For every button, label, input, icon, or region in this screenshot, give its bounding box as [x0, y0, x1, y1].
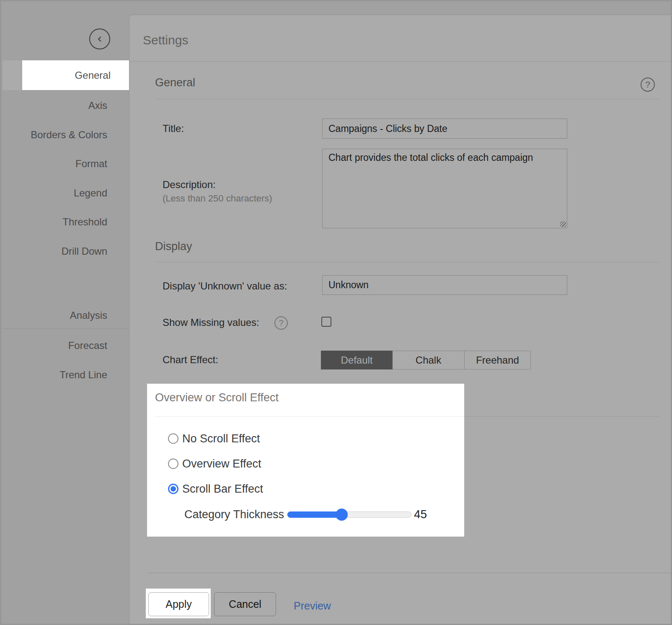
sidebar-item-axis[interactable]: Axis	[17, 100, 126, 111]
show-missing-checkbox[interactable]	[321, 317, 331, 327]
chart-effect-label: Chart Effect:	[163, 354, 218, 366]
sidebar-divider	[3, 328, 129, 329]
show-missing-label: Show Missing values:	[163, 317, 259, 328]
radio-icon	[168, 459, 178, 469]
sidebar-item-threshold[interactable]: Threshold	[17, 216, 126, 228]
scroll-section-heading: Overview or Scroll Effect	[155, 391, 279, 404]
sidebar-item-drill-down[interactable]: Drill Down	[17, 245, 126, 257]
slider-thumb[interactable]	[336, 509, 348, 521]
preview-link[interactable]: Preview	[294, 600, 331, 612]
settings-dialog: ‹ General Axis Borders & Colors Format L…	[0, 0, 672, 625]
sidebar-item-forecast[interactable]: Forecast	[17, 340, 126, 351]
dim-overlay	[1, 589, 146, 618]
general-section-divider	[155, 99, 659, 99]
category-thickness-slider[interactable]	[287, 511, 411, 518]
sidebar-item-format[interactable]: Format	[17, 158, 126, 170]
title-input[interactable]	[322, 119, 567, 139]
radio-overview-effect[interactable]: Overview Effect	[168, 457, 261, 470]
header-divider	[129, 61, 672, 62]
scroll-section-divider	[155, 416, 659, 417]
segment-chalk[interactable]: Chalk	[393, 351, 465, 369]
radio-selected-icon	[168, 484, 178, 494]
category-thickness-value: 45	[414, 508, 427, 521]
segment-freehand[interactable]: Freehand	[465, 351, 531, 369]
apply-button[interactable]: Apply	[148, 592, 209, 616]
chart-effect-segmented-control: Default Chalk Freehand	[321, 351, 531, 369]
missing-values-help-icon[interactable]: ?	[274, 316, 288, 330]
dim-overlay	[1, 384, 147, 537]
question-mark-glyph: ?	[279, 318, 283, 328]
radio-no-scroll-effect[interactable]: No Scroll Effect	[168, 432, 260, 445]
help-icon[interactable]: ?	[641, 77, 655, 92]
back-button[interactable]: ‹	[89, 28, 110, 49]
sidebar-item-borders-colors[interactable]: Borders & Colors	[17, 129, 126, 141]
display-section-divider	[155, 262, 659, 262]
sidebar-item-label: General	[75, 70, 111, 81]
radio-label: No Scroll Effect	[182, 432, 260, 445]
description-label: Description:	[163, 179, 216, 191]
display-section-heading: Display	[155, 240, 192, 253]
chevron-left-icon: ‹	[98, 32, 102, 44]
sidebar-item-general[interactable]: General	[3, 60, 129, 90]
category-thickness-label: Category Thickness	[184, 508, 284, 521]
unknown-value-label: Display 'Unknown' value as:	[163, 280, 287, 292]
footer-divider	[147, 573, 672, 573]
description-hint: (Less than 250 characters)	[163, 193, 272, 204]
sidebar-item-trend-line[interactable]: Trend Line	[17, 369, 126, 381]
radio-label: Overview Effect	[182, 457, 261, 470]
title-label: Title:	[163, 123, 184, 134]
sidebar-section-analysis: Analysis	[17, 310, 126, 321]
segment-default[interactable]: Default	[321, 351, 393, 369]
radio-icon	[168, 434, 178, 444]
slider-fill	[287, 511, 343, 518]
settings-panel: Settings General ? Title: Description: (…	[129, 15, 672, 625]
question-mark-glyph: ?	[645, 80, 650, 90]
cancel-button[interactable]: Cancel	[214, 592, 276, 616]
unknown-value-input[interactable]	[322, 275, 567, 295]
radio-scroll-bar-effect[interactable]: Scroll Bar Effect	[168, 483, 263, 496]
description-textarea[interactable]	[322, 149, 567, 228]
radio-label: Scroll Bar Effect	[182, 483, 263, 496]
general-section-heading: General	[155, 76, 195, 89]
page-title: Settings	[143, 33, 188, 47]
sidebar-item-legend[interactable]: Legend	[17, 187, 126, 199]
